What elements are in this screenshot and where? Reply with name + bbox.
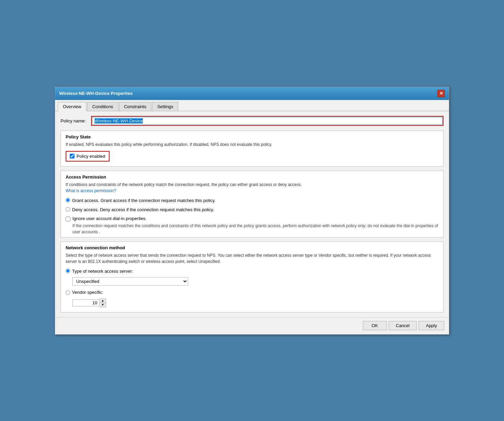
- access-permission-title: Access Permission: [66, 174, 438, 180]
- grant-access-label: Grant access. Grant access if the connec…: [72, 197, 216, 204]
- apply-button[interactable]: Apply: [419, 321, 444, 330]
- tab-content: Policy name: Policy State If enabled, NP…: [55, 111, 449, 317]
- vendor-specific-radio[interactable]: [66, 290, 70, 295]
- vendor-input-wrap: ▲ ▼: [72, 299, 438, 307]
- vendor-spinner-down[interactable]: ▼: [100, 303, 106, 307]
- tab-settings[interactable]: Settings: [152, 102, 178, 111]
- policy-state-title: Policy State: [66, 134, 438, 139]
- policy-enabled-checkbox-wrap: Policy enabled: [66, 151, 110, 162]
- tab-overview[interactable]: Overview: [58, 102, 86, 111]
- access-permission-desc: If conditions and constraints of the net…: [66, 182, 438, 194]
- deny-access-label: Deny access. Deny access if the connecti…: [72, 206, 214, 213]
- access-permission-section: Access Permission If conditions and cons…: [61, 171, 443, 237]
- policy-enabled-wrap-outer: Policy enabled: [66, 151, 438, 162]
- vendor-spinner-up[interactable]: ▲: [100, 299, 106, 303]
- ignore-dialin-label: Ignore user account dial-in properties.: [72, 216, 147, 221]
- policy-state-section: Policy State If enabled, NPS evaluates t…: [61, 131, 443, 167]
- policy-name-input[interactable]: [92, 117, 442, 125]
- ignore-dialin-checkbox[interactable]: [66, 217, 70, 221]
- grant-access-row: Grant access. Grant access if the connec…: [66, 197, 438, 204]
- network-connection-section: Network connection method Select the typ…: [61, 241, 443, 313]
- type-of-server-label: Type of network access server:: [72, 268, 133, 275]
- grant-access-radio[interactable]: [66, 198, 70, 202]
- deny-access-row: Deny access. Deny access if the connecti…: [66, 206, 438, 213]
- policy-name-row: Policy name:: [61, 116, 443, 126]
- policy-enabled-label: Policy enabled: [77, 154, 105, 159]
- tab-constraints[interactable]: Constraints: [119, 102, 152, 111]
- tab-conditions[interactable]: Conditions: [87, 102, 118, 111]
- network-type-dropdown[interactable]: Unspecified: [72, 277, 188, 286]
- close-button[interactable]: ✕: [437, 90, 445, 97]
- vendor-specific-label: Vendor specific:: [72, 289, 103, 296]
- deny-access-radio[interactable]: [66, 207, 70, 212]
- ignore-dialin-desc: If the connection request matches the co…: [72, 223, 438, 235]
- dialog-title: Wireless-NE-WH-Device Properties: [59, 91, 133, 96]
- tabs-container: Overview Conditions Constraints Settings: [55, 100, 449, 111]
- title-bar: Wireless-NE-WH-Device Properties ✕: [55, 87, 449, 100]
- ignore-dialin-row: Ignore user account dial-in properties.: [66, 216, 438, 221]
- cancel-button[interactable]: Cancel: [389, 321, 417, 330]
- network-connection-desc: Select the type of network access server…: [66, 252, 438, 265]
- policy-name-label: Policy name:: [61, 118, 91, 123]
- policy-enabled-checkbox[interactable]: [70, 154, 74, 158]
- unspecified-select-wrap: Unspecified: [72, 277, 438, 286]
- network-connection-title: Network connection method: [66, 245, 438, 250]
- dialog-window: Wireless-NE-WH-Device Properties ✕ Overv…: [55, 87, 449, 335]
- ok-button[interactable]: OK: [363, 321, 387, 330]
- policy-state-desc: If enabled, NPS evaluates this policy wh…: [66, 141, 438, 148]
- vendor-spinner: ▲ ▼: [100, 299, 106, 307]
- policy-name-input-highlight: [91, 116, 443, 126]
- access-permission-link[interactable]: What is access permission?: [66, 188, 116, 193]
- type-of-server-row: Type of network access server:: [66, 268, 438, 275]
- type-of-server-radio[interactable]: [66, 269, 70, 273]
- vendor-specific-row: Vendor specific:: [66, 289, 438, 296]
- dialog-footer: OK Cancel Apply: [55, 317, 449, 334]
- vendor-number-input[interactable]: [72, 299, 100, 306]
